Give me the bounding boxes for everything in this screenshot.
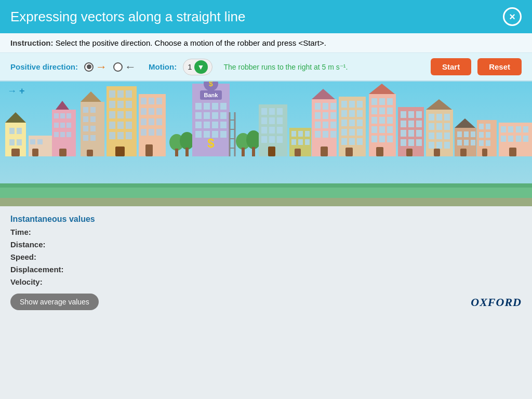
svg-rect-37 <box>117 90 124 98</box>
svg-rect-226 <box>508 136 513 142</box>
reset-button[interactable]: Reset <box>477 58 522 75</box>
svg-rect-223 <box>516 126 521 132</box>
svg-rect-59 <box>141 118 147 125</box>
svg-text:Bank: Bank <box>204 92 219 98</box>
svg-rect-179 <box>408 121 414 127</box>
motion-value: 1 <box>188 62 192 71</box>
svg-rect-211 <box>460 149 467 156</box>
start-button[interactable]: Start <box>431 58 471 75</box>
svg-rect-27 <box>90 107 96 113</box>
svg-rect-48 <box>109 132 115 139</box>
svg-rect-193 <box>429 123 434 130</box>
svg-rect-103 <box>261 108 267 115</box>
svg-rect-54 <box>149 98 154 104</box>
svg-rect-43 <box>117 111 124 118</box>
svg-point-100 <box>246 130 261 149</box>
positive-direction-label: Positive direction: <box>10 62 78 71</box>
svg-rect-58 <box>156 108 162 115</box>
svg-rect-155 <box>345 148 353 156</box>
svg-rect-128 <box>330 103 336 110</box>
svg-rect-146 <box>341 119 347 126</box>
svg-rect-141 <box>349 101 355 108</box>
direction-left-radio[interactable] <box>113 62 123 72</box>
svg-rect-5 <box>17 139 22 145</box>
svg-rect-185 <box>408 139 414 146</box>
close-button[interactable]: × <box>503 7 522 26</box>
svg-rect-108 <box>277 117 283 124</box>
svg-rect-120 <box>291 139 296 145</box>
svg-rect-126 <box>315 103 321 110</box>
svg-rect-99 <box>242 148 245 156</box>
svg-rect-167 <box>371 126 377 133</box>
svg-rect-162 <box>379 108 385 114</box>
svg-rect-229 <box>509 148 516 156</box>
instruction-label: Instruction: <box>10 38 54 47</box>
direction-left-option[interactable]: ← <box>113 60 136 74</box>
svg-rect-210 <box>471 140 475 145</box>
direction-right-option[interactable]: → <box>84 60 107 74</box>
svg-rect-61 <box>156 118 162 125</box>
svg-rect-172 <box>387 136 393 142</box>
svg-rect-110 <box>269 127 275 134</box>
direction-radio-group: → ← <box>84 60 136 74</box>
svg-rect-214 <box>486 124 490 129</box>
svg-rect-118 <box>298 131 303 137</box>
svg-rect-197 <box>436 132 442 139</box>
svg-rect-65 <box>145 144 153 156</box>
svg-rect-136 <box>323 131 328 138</box>
svg-rect-63 <box>149 129 154 136</box>
svg-rect-107 <box>269 117 275 124</box>
svg-rect-106 <box>261 117 267 124</box>
oxford-logo: OXFORD <box>471 296 522 309</box>
svg-rect-75 <box>195 103 202 110</box>
svg-rect-38 <box>126 90 132 98</box>
svg-rect-228 <box>523 136 528 142</box>
svg-rect-150 <box>349 129 355 136</box>
svg-rect-143 <box>341 110 347 117</box>
svg-rect-221 <box>501 126 506 132</box>
svg-rect-217 <box>479 140 484 146</box>
svg-rect-19 <box>66 123 71 128</box>
svg-rect-227 <box>516 136 521 142</box>
svg-rect-31 <box>90 126 96 131</box>
svg-rect-84 <box>204 122 210 128</box>
show-average-button[interactable]: Show average values <box>10 294 99 310</box>
svg-rect-163 <box>387 108 393 114</box>
svg-rect-10 <box>32 149 38 156</box>
svg-rect-160 <box>387 98 393 105</box>
svg-rect-148 <box>357 119 363 126</box>
svg-rect-215 <box>479 132 484 138</box>
svg-rect-216 <box>486 132 490 138</box>
svg-rect-181 <box>401 130 406 137</box>
svg-rect-114 <box>277 136 283 143</box>
svg-rect-142 <box>357 101 363 108</box>
bottom-panel: Instantaneous values Time: Distance: Spe… <box>0 206 532 315</box>
svg-rect-151 <box>357 129 363 136</box>
svg-rect-209 <box>464 140 469 145</box>
svg-rect-186 <box>416 139 422 146</box>
svg-rect-101 <box>252 147 255 156</box>
svg-rect-44 <box>126 111 132 118</box>
svg-rect-67 <box>175 149 178 156</box>
motion-description: The robber runs to the right at 5 m s⁻¹. <box>224 63 419 71</box>
svg-rect-42 <box>109 111 115 118</box>
svg-rect-85 <box>212 122 218 128</box>
direction-right-radio[interactable] <box>84 62 94 72</box>
svg-rect-180 <box>416 121 422 127</box>
svg-rect-17 <box>54 123 59 128</box>
svg-rect-178 <box>401 121 406 127</box>
svg-rect-121 <box>298 139 303 145</box>
svg-text:$: $ <box>207 136 215 150</box>
motion-label: Motion: <box>149 62 177 71</box>
svg-marker-188 <box>426 99 452 110</box>
motion-dropdown-button[interactable]: ▼ <box>194 60 208 74</box>
svg-rect-135 <box>315 131 321 138</box>
svg-rect-219 <box>482 149 487 156</box>
svg-rect-41 <box>126 101 132 108</box>
controls-bar: Positive direction: → ← Motion: 1 ▼ The … <box>0 53 532 82</box>
svg-rect-16 <box>66 113 71 118</box>
svg-rect-201 <box>444 142 450 149</box>
svg-rect-55 <box>156 98 162 104</box>
svg-rect-164 <box>371 117 377 124</box>
svg-rect-152 <box>341 138 347 145</box>
